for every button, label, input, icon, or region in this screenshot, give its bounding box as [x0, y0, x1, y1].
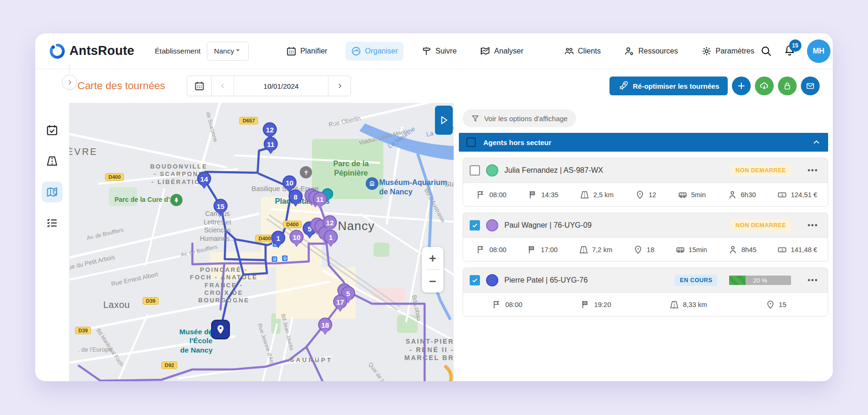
app-window: AntsRoute Établissement Nancy Planifier …: [35, 33, 833, 381]
tab-parametres[interactable]: Paramètres: [696, 42, 760, 61]
calendar-button[interactable]: [187, 76, 212, 96]
road-badge: D657: [239, 117, 258, 124]
establishment-value: Nancy: [214, 47, 234, 55]
road-badge: D39: [143, 297, 159, 305]
collapse-sidebar-button[interactable]: [62, 75, 77, 90]
establishment-select[interactable]: Nancy: [207, 42, 249, 61]
tab-planifier[interactable]: Planifier: [281, 42, 333, 61]
map-label-city: Laxou: [103, 299, 130, 311]
stop-marker[interactable]: 10: [282, 176, 297, 190]
agent-checkbox[interactable]: [470, 165, 480, 176]
zoom-in-button[interactable]: +: [422, 247, 443, 269]
chevron-left-icon: [219, 82, 227, 90]
tab-analyser[interactable]: Analyser: [474, 42, 529, 61]
stat-start-time: 08:00: [476, 245, 506, 254]
depot-marker[interactable]: [211, 320, 230, 339]
road-icon: [579, 245, 588, 254]
agent-card: Julia Fernandez | AS-987-WX NON DEMARREE…: [463, 158, 828, 207]
brand-name: AntsRoute: [69, 44, 134, 58]
search-icon[interactable]: [760, 45, 772, 57]
agent-header-row[interactable]: Pierre Patel | 65-UYG-76 EN COURS 20 % •…: [463, 268, 828, 292]
tab-suivre[interactable]: Suivre: [416, 42, 462, 61]
stop-marker[interactable]: 11: [313, 192, 327, 206]
stop-marker[interactable]: 1: [324, 230, 338, 244]
stop-marker[interactable]: 12: [323, 215, 337, 230]
date-picker: 10/01/2024: [187, 76, 351, 96]
agent-header-row[interactable]: Julia Fernandez | AS-987-WX NON DEMARREE…: [463, 158, 828, 183]
group-checkbox[interactable]: [466, 138, 476, 147]
stop-marker[interactable]: 8: [289, 190, 303, 204]
rail-item-planning[interactable]: [42, 120, 62, 140]
reoptimize-button[interactable]: Ré-optimiser les tournées: [609, 77, 728, 95]
zoom-out-button[interactable]: −: [422, 270, 443, 292]
stop-marker[interactable]: 17: [333, 295, 347, 309]
brand-logo[interactable]: AntsRoute: [49, 43, 150, 59]
agent-color-dot: [486, 164, 498, 177]
rail-item-routes[interactable]: [42, 151, 62, 171]
agents-group-header[interactable]: Agents hors secteur: [459, 133, 828, 152]
finish-flag-icon: [528, 190, 538, 200]
progress-label: 20 %: [729, 276, 791, 285]
next-day-button[interactable]: [328, 76, 350, 96]
map-label-district: POINCARÉ - FOCH - ANATOLE FRANCE - CROIX…: [184, 266, 264, 304]
avatar[interactable]: MH: [807, 39, 830, 63]
previous-day-button[interactable]: [212, 76, 234, 96]
add-button[interactable]: [732, 77, 751, 95]
agent-checkbox[interactable]: [470, 275, 480, 285]
chevron-up-icon[interactable]: [812, 138, 821, 146]
export-download-button[interactable]: [755, 77, 774, 95]
stat-end-time: 19:20: [581, 300, 611, 309]
cloud-download-icon: [759, 81, 769, 91]
expand-panel-button[interactable]: [435, 106, 453, 135]
stop-marker[interactable]: 12: [263, 123, 277, 137]
header-actions: Ré-optimiser les tournées: [609, 77, 820, 95]
notifications-button[interactable]: 15: [784, 44, 796, 58]
agent-menu-button[interactable]: •••: [807, 221, 818, 230]
agent-card: Pierre Patel | 65-UYG-76 EN COURS 20 % •…: [463, 268, 828, 316]
map-label-park: Parc de la Cure d'Air: [114, 196, 179, 204]
navbar: AntsRoute Établissement Nancy Planifier …: [35, 33, 833, 69]
stop-marker[interactable]: 11: [264, 137, 278, 151]
stop-marker[interactable]: 15: [213, 199, 228, 213]
agent-checkbox[interactable]: [470, 220, 480, 231]
stop-marker[interactable]: 18: [318, 318, 332, 332]
display-options-button[interactable]: Voir les options d'affichage: [463, 109, 576, 127]
tab-organiser[interactable]: Organiser: [345, 42, 404, 61]
map-label-street: . de l'Europe: [78, 346, 112, 354]
notification-badge: 15: [789, 39, 801, 52]
chart-icon: [480, 46, 490, 56]
group-title: Agents hors secteur: [483, 138, 551, 146]
stat-stops: 18: [633, 245, 654, 254]
tab-clients[interactable]: Clients: [558, 42, 607, 61]
agent-header-row[interactable]: Paul Wagner | 76-UYG-09 NON DEMARREE •••: [463, 213, 828, 238]
road-icon: [670, 300, 679, 309]
rail-item-tasks[interactable]: [42, 213, 62, 233]
road-badge: D39: [75, 327, 91, 334]
lock-button[interactable]: [778, 77, 797, 95]
status-badge: EN COURS: [675, 275, 717, 286]
map-canvas[interactable]: ÈVRE BOUDONVILLE - SCARPONE - LIBÉRATION…: [69, 103, 454, 381]
send-mail-button[interactable]: [801, 77, 820, 95]
stat-end-time: 17:00: [527, 245, 557, 254]
calendar-check-icon: [46, 124, 58, 136]
stop-marker[interactable]: 14: [197, 172, 211, 186]
tab-ressources[interactable]: Ressources: [618, 42, 683, 61]
stop-marker[interactable]: 1: [271, 231, 285, 245]
tree-poi-icon: [170, 194, 183, 206]
van-icon: [678, 190, 687, 200]
filter-icon: [471, 114, 480, 123]
agent-stats-row: 08:00 19:20 8,33 km 15: [463, 292, 828, 316]
stat-stops: 12: [635, 190, 656, 200]
stop-marker[interactable]: 10: [289, 230, 304, 244]
map-label-poi: Musée de l'École de Nancy: [168, 327, 213, 354]
map-label: ÈVRE: [69, 146, 98, 158]
agent-menu-button[interactable]: •••: [807, 276, 818, 284]
train-station-icon: [282, 255, 288, 261]
agent-menu-button[interactable]: •••: [807, 166, 818, 175]
map-label-park: Parc de la Pépinière: [325, 159, 377, 178]
money-icon: [777, 245, 787, 254]
rail-item-map[interactable]: [42, 182, 62, 202]
establishment-label: Établissement: [155, 47, 200, 55]
stat-distance: 2,5 km: [580, 190, 614, 200]
train-station-icon: [271, 256, 278, 262]
